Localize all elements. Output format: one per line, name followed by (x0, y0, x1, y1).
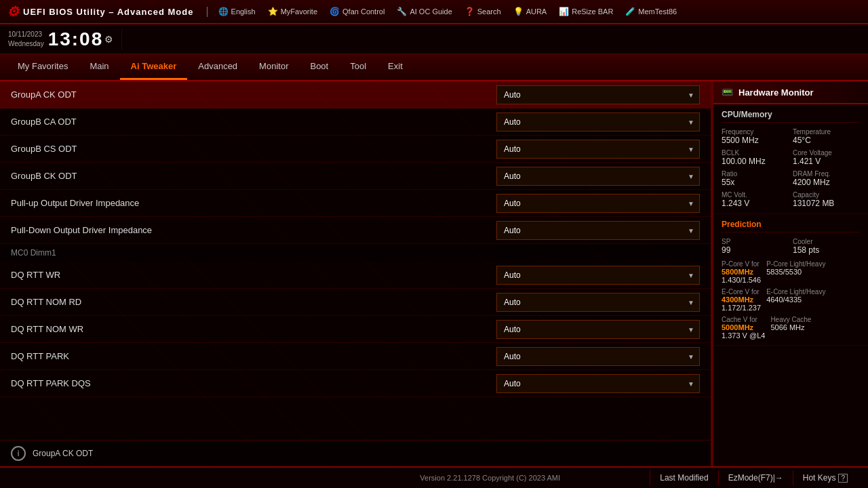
time-value: 13:08 (48, 28, 104, 50)
capacity-value: 131072 MB (793, 199, 860, 208)
dropdown-group-a-ck-odt[interactable]: Auto ▼ (496, 85, 700, 104)
p-core-freq-value: 5800MHz (722, 268, 761, 276)
select-group-a-ck-odt[interactable]: Auto (496, 85, 700, 104)
rog-logo: ⚙ (7, 3, 19, 20)
hot-keys-button[interactable]: Hot Keys ? (793, 470, 857, 485)
select-dq-rtt-nom-wr[interactable]: Auto (496, 320, 700, 339)
bottom-bar: Version 2.21.1278 Copyright (C) 2023 AMI… (0, 466, 868, 488)
e-core-v-col: E-Core V for 4300MHz 1.172/1.237 (722, 288, 761, 312)
dropdown-dq-rtt-nom-wr[interactable]: Auto ▼ (496, 320, 700, 339)
toolbar-myfavorite[interactable]: ⭐ MyFavorite (264, 5, 321, 18)
setting-row-dq-rtt-wr[interactable]: DQ RTT WR Auto ▼ (0, 262, 711, 289)
dropdown-dq-rtt-wr[interactable]: Auto ▼ (496, 266, 700, 285)
last-modified-button[interactable]: Last Modified (650, 470, 717, 485)
settings-list: GroupA CK ODT Auto ▼ GroupB CA ODT Auto (0, 81, 711, 440)
dropdown-dq-rtt-park[interactable]: Auto ▼ (496, 347, 700, 366)
toolbar-qfan[interactable]: 🌀 Qfan Control (326, 5, 389, 18)
select-group-b-cs-odt[interactable]: Auto (496, 140, 700, 159)
dropdown-group-b-ck-odt[interactable]: Auto ▼ (496, 167, 700, 186)
tab-monitor[interactable]: Monitor (248, 54, 299, 80)
setting-row-group-a-ck-odt[interactable]: GroupA CK ODT Auto ▼ (0, 81, 711, 108)
p-core-lh-col: P-Core Light/Heavy 5835/5530 (766, 260, 825, 284)
e-core-freq-value: 4300MHz (722, 296, 761, 304)
dropdown-pull-up[interactable]: Auto ▼ (496, 194, 700, 213)
tab-advanced[interactable]: Advanced (187, 54, 248, 80)
dropdown-group-b-cs-odt[interactable]: Auto ▼ (496, 140, 700, 159)
cache-v-col: Cache V for 5000MHz 1.373 V @L4 (722, 316, 765, 340)
setting-row-pull-down[interactable]: Pull-Down Output Driver Impedance Auto ▼ (0, 217, 711, 244)
tab-boot[interactable]: Boot (299, 54, 339, 80)
hw-temperature: Temperature 45°C (793, 128, 860, 145)
setting-row-dq-rtt-nom-rd[interactable]: DQ RTT NOM RD Auto ▼ (0, 289, 711, 316)
wrench-icon: 🔧 (397, 7, 407, 16)
date-value: 10/11/2023 (8, 30, 44, 39)
toolbar-english[interactable]: 🌐 English (214, 5, 260, 18)
prediction-sp-cooler: SP 99 Cooler 158 pts (722, 238, 860, 255)
toolbar-resize-bar[interactable]: 📊 ReSize BAR (555, 5, 617, 18)
tab-ai-tweaker[interactable]: Ai Tweaker (120, 54, 188, 80)
toolbar-search[interactable]: ❓ Search (460, 5, 505, 18)
setting-row-dq-rtt-park[interactable]: DQ RTT PARK Auto ▼ (0, 343, 711, 370)
setting-row-dq-rtt-nom-wr[interactable]: DQ RTT NOM WR Auto ▼ (0, 316, 711, 343)
memtest-icon: 🧪 (625, 7, 635, 16)
bottom-actions: Last Modified EzMode(F7)|→ Hot Keys ? (650, 470, 857, 485)
cpu-memory-section: CPU/Memory Frequency 5500 MHz Temperatur… (713, 104, 868, 214)
freq-label: Frequency (722, 128, 789, 136)
memtest-label: MemTest86 (638, 7, 677, 16)
tab-favorites[interactable]: My Favorites (7, 54, 79, 80)
tab-exit[interactable]: Exit (377, 54, 414, 80)
section-mc0-label: MC0 Dimm1 (11, 248, 56, 258)
label-group-a-ck-odt: GroupA CK ODT (11, 89, 77, 100)
info-row: i GroupA CK ODT (0, 440, 711, 466)
heavy-cache-label: Heavy Cache (770, 316, 811, 323)
select-group-b-ck-odt[interactable]: Auto (496, 167, 700, 186)
select-dq-rtt-wr[interactable]: Auto (496, 266, 700, 285)
e-core-lh-col: E-Core Light/Heavy 4640/4335 (766, 288, 825, 312)
tab-tool[interactable]: Tool (339, 54, 377, 80)
toolbar-aura[interactable]: 💡 AURA (509, 5, 551, 18)
select-dq-rtt-nom-rd[interactable]: Auto (496, 293, 700, 312)
hw-dram-freq: DRAM Freq. 4200 MHz (793, 170, 860, 187)
search-label: Search (477, 7, 501, 16)
dropdown-group-b-ca-odt[interactable]: Auto ▼ (496, 113, 700, 131)
ratio-value: 55x (722, 178, 789, 187)
cooler-label: Cooler (793, 238, 860, 245)
prediction-title: Prediction (722, 220, 860, 232)
select-pull-up[interactable]: Auto (496, 194, 700, 213)
settings-panel: GroupA CK ODT Auto ▼ GroupB CA ODT Auto (0, 81, 712, 466)
myfavorite-label: MyFavorite (281, 7, 317, 16)
label-pull-down: Pull-Down Output Driver Impedance (11, 225, 152, 235)
mc-volt-value: 1.243 V (722, 199, 789, 208)
label-group-b-ck-odt: GroupB CK ODT (11, 171, 77, 181)
ez-mode-label: EzMode(F7)|→ (728, 473, 783, 483)
select-pull-down[interactable]: Auto (496, 221, 700, 240)
gear-icon[interactable]: ⚙ (104, 34, 113, 45)
ez-mode-button[interactable]: EzMode(F7)|→ (718, 470, 793, 485)
cooler-value: 158 pts (793, 245, 860, 255)
temp-value: 45°C (793, 136, 860, 145)
dropdown-pull-down[interactable]: Auto ▼ (496, 221, 700, 240)
setting-row-group-b-ca-odt[interactable]: GroupB CA ODT Auto ▼ (0, 108, 711, 136)
hot-keys-label: Hot Keys (803, 473, 836, 483)
select-dq-rtt-park[interactable]: Auto (496, 347, 700, 366)
freq-value: 5500 MHz (722, 136, 789, 145)
e-core-v-label: E-Core V for (722, 288, 761, 296)
setting-row-group-b-cs-odt[interactable]: GroupB CS ODT Auto ▼ (0, 136, 711, 163)
hw-core-voltage: Core Voltage 1.421 V (793, 149, 860, 166)
select-dq-rtt-park-dqs[interactable]: Auto (496, 374, 700, 393)
temp-label: Temperature (793, 128, 860, 136)
info-icon: i (11, 446, 26, 461)
bclk-label: BCLK (722, 149, 789, 157)
hw-mc-volt: MC Volt. 1.243 V (722, 191, 789, 208)
tab-main[interactable]: Main (79, 54, 119, 80)
setting-row-dq-rtt-park-dqs[interactable]: DQ RTT PARK DQS Auto ▼ (0, 370, 711, 397)
toolbar-ai-oc[interactable]: 🔧 AI OC Guide (393, 5, 456, 18)
dropdown-dq-rtt-nom-rd[interactable]: Auto ▼ (496, 293, 700, 312)
setting-row-pull-up[interactable]: Pull-up Output Driver Impedance Auto ▼ (0, 190, 711, 217)
select-group-b-ca-odt[interactable]: Auto (496, 113, 700, 131)
label-dq-rtt-wr: DQ RTT WR (11, 270, 60, 280)
setting-row-group-b-ck-odt[interactable]: GroupB CK ODT Auto ▼ (0, 163, 711, 190)
dropdown-dq-rtt-park-dqs[interactable]: Auto ▼ (496, 374, 700, 393)
toolbar-memtest[interactable]: 🧪 MemTest86 (621, 5, 681, 18)
search-icon: ❓ (465, 7, 475, 16)
